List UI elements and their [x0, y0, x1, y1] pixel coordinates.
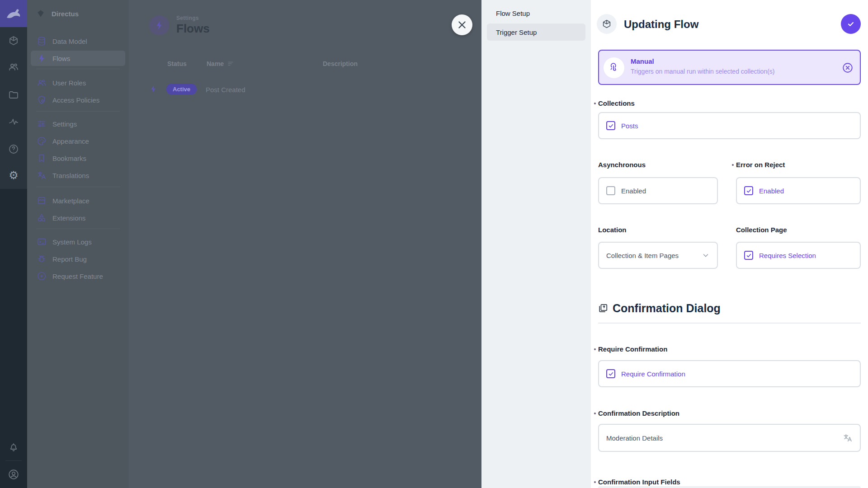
dialog-icon	[598, 303, 608, 313]
notifications-bell-icon[interactable]	[0, 433, 27, 460]
confirmation-dialog-section: Confirmation Dialog	[598, 302, 861, 324]
confirmation-description-label: Confirmation Description	[598, 409, 861, 417]
column-name[interactable]: Name	[207, 60, 234, 67]
feature-icon	[37, 271, 47, 281]
module-bar: ⚙	[0, 0, 27, 488]
row-async-error-boxes: Enabled Enabled	[598, 177, 861, 204]
touch-app-icon	[604, 57, 624, 78]
error-on-reject-label: Error on Reject	[736, 161, 861, 169]
insights-module-icon[interactable]	[0, 108, 27, 136]
sidebar-item-label: Settings	[52, 120, 77, 128]
confirmation-description-input[interactable]: Moderation Details	[598, 424, 861, 452]
drawer-nav-flow-setup[interactable]: Flow Setup	[487, 5, 585, 22]
collections-box: Posts	[598, 112, 861, 139]
require-confirmation-field: Require Confirmation	[598, 345, 861, 353]
drawer-title: Updating Flow	[624, 18, 698, 31]
nav-sidebar: Directus Data Model Flows User Roles Acc…	[27, 0, 129, 488]
asynchronous-checkbox-label[interactable]: Enabled	[621, 187, 646, 195]
help-module-icon[interactable]	[0, 136, 27, 163]
files-module-icon[interactable]	[0, 81, 27, 108]
people-icon	[37, 78, 47, 88]
location-select[interactable]: Collection & Item Pages	[598, 242, 718, 269]
drawer-nav-panel: Flow Setup Trigger Setup	[481, 0, 591, 488]
main-content: Settings Flows Status Name Description A…	[129, 0, 481, 488]
page-header: Settings Flows	[149, 15, 210, 36]
drawer-header-icon	[597, 14, 617, 34]
sidebar-item-user-roles[interactable]: User Roles	[31, 75, 125, 90]
column-description[interactable]: Description	[323, 60, 358, 67]
user-avatar-icon[interactable]	[0, 461, 27, 488]
sidebar-item-flows[interactable]: Flows	[31, 51, 125, 66]
save-button[interactable]	[841, 14, 861, 34]
sidebar-item-label: Access Policies	[52, 96, 99, 104]
posts-checkbox[interactable]	[606, 121, 615, 130]
sidebar-item-appearance[interactable]: Appearance	[31, 133, 125, 149]
drawer-nav-trigger-setup[interactable]: Trigger Setup	[487, 23, 585, 41]
remove-trigger-button[interactable]	[842, 62, 854, 74]
bolt-icon	[37, 53, 47, 63]
require-confirmation-checkbox[interactable]	[606, 369, 615, 378]
flow-row-bolt-icon	[149, 84, 158, 94]
sidebar-item-label: Appearance	[52, 137, 89, 145]
sidebar-item-label: Translations	[52, 172, 89, 179]
sidebar-item-bookmarks[interactable]: Bookmarks	[31, 150, 125, 166]
requires-selection-checkbox[interactable]	[744, 251, 753, 260]
row-location-page-boxes: Collection & Item Pages Requires Selecti…	[598, 242, 861, 269]
trigger-title: Manual	[631, 57, 654, 65]
confirmation-input-fields-label: Confirmation Input Fields	[598, 478, 861, 486]
content-module-icon[interactable]	[0, 27, 27, 54]
error-on-reject-checkbox-label[interactable]: Enabled	[759, 187, 784, 195]
collection-page-box: Requires Selection	[736, 242, 861, 269]
asynchronous-box: Enabled	[598, 177, 718, 204]
breadcrumb[interactable]: Settings	[176, 15, 210, 21]
directus-logo-tile[interactable]	[0, 0, 27, 27]
terminal-icon	[37, 237, 47, 247]
sidebar-item-label: Flows	[52, 55, 70, 62]
posts-checkbox-label[interactable]: Posts	[621, 122, 638, 130]
require-confirmation-box: Require Confirmation	[598, 360, 861, 387]
collections-field: Collections	[598, 99, 861, 107]
column-status[interactable]: Status	[167, 60, 187, 67]
sidebar-item-label: System Logs	[52, 238, 92, 246]
requires-selection-checkbox-label[interactable]: Requires Selection	[759, 252, 816, 259]
flows-header-icon[interactable]	[149, 15, 169, 35]
close-icon	[458, 21, 466, 29]
project-header[interactable]: Directus	[27, 0, 129, 27]
translate-icon[interactable]	[843, 433, 853, 443]
sidebar-item-request-feature[interactable]: Request Feature	[31, 268, 125, 284]
shield-lock-icon	[37, 95, 47, 105]
sidebar-item-extensions[interactable]: Extensions	[31, 210, 125, 225]
require-confirmation-label: Require Confirmation	[598, 345, 861, 353]
collections-label: Collections	[598, 99, 861, 107]
settings-module-icon[interactable]: ⚙	[0, 162, 27, 189]
error-on-reject-checkbox[interactable]	[744, 186, 753, 195]
sidebar-item-label: Report Bug	[52, 255, 87, 263]
sidebar-item-report-bug[interactable]: Report Bug	[31, 251, 125, 267]
sort-icon	[227, 61, 234, 66]
table-row[interactable]: Active Post Created	[129, 83, 481, 97]
users-module-icon[interactable]	[0, 53, 27, 80]
sidebar-item-settings[interactable]: Settings	[31, 116, 125, 131]
sidebar-divider	[36, 69, 120, 69]
sidebar-item-data-model[interactable]: Data Model	[31, 33, 125, 49]
sidebar-item-translations[interactable]: Translations	[31, 168, 125, 183]
location-select-value: Collection & Item Pages	[606, 252, 679, 259]
chevron-down-icon	[702, 251, 710, 259]
error-on-reject-box: Enabled	[736, 177, 861, 204]
status-badge: Active	[166, 84, 197, 95]
palette-icon	[37, 136, 47, 146]
check-icon	[846, 19, 855, 28]
sidebar-item-system-logs[interactable]: System Logs	[31, 234, 125, 249]
sidebar-item-label: Marketplace	[52, 197, 90, 205]
sidebar-item-access-policies[interactable]: Access Policies	[31, 92, 125, 108]
sidebar-item-marketplace[interactable]: Marketplace	[31, 193, 125, 208]
translate-icon	[37, 170, 47, 180]
asynchronous-checkbox[interactable]	[606, 186, 615, 195]
trigger-card[interactable]: Manual Triggers on manual run within sel…	[598, 50, 861, 85]
tune-icon	[37, 119, 47, 129]
close-drawer-button[interactable]	[452, 14, 472, 35]
require-confirmation-checkbox-label[interactable]: Require Confirmation	[621, 370, 685, 378]
storefront-icon	[37, 196, 47, 206]
section-heading-text: Confirmation Dialog	[613, 302, 721, 315]
remove-circle-icon	[842, 62, 854, 74]
